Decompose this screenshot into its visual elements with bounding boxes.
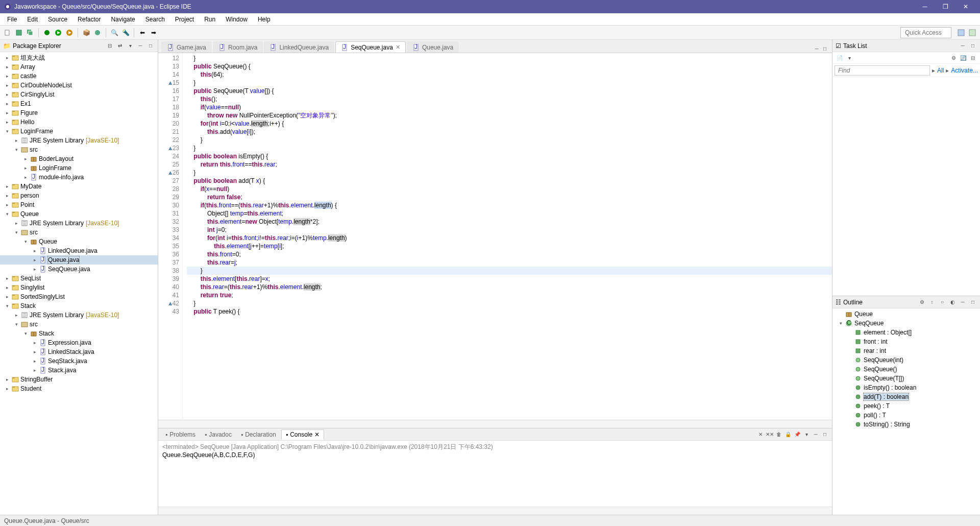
twisty-icon[interactable]: ▸	[12, 136, 20, 145]
code-line[interactable]: Object[] temp=this.element;	[187, 209, 832, 218]
outline-minimize-icon[interactable]: ─	[959, 298, 967, 306]
twisty-icon[interactable]	[846, 365, 854, 373]
task-categorize-icon[interactable]: ▾	[845, 54, 853, 62]
twisty-icon[interactable]	[837, 310, 845, 318]
twisty-icon[interactable]: ▸	[3, 375, 11, 384]
twisty-icon[interactable]: ▸	[3, 118, 11, 126]
code-line[interactable]: int j=0;	[187, 226, 832, 234]
console-pin-icon[interactable]: 📌	[793, 431, 801, 439]
tree-item[interactable]: ▸JStack.java	[0, 366, 158, 375]
twisty-icon[interactable]	[846, 384, 854, 392]
code-line[interactable]: }	[187, 54, 832, 62]
code-line[interactable]: public SeqQueue() {	[187, 62, 832, 70]
twisty-icon[interactable]	[846, 356, 854, 364]
twisty-icon[interactable]: ▸	[3, 100, 11, 108]
console-content[interactable]: <terminated> SeqQueue [Java Application]…	[158, 441, 832, 507]
menu-project[interactable]: Project	[170, 14, 199, 25]
twisty-icon[interactable]: ▸	[3, 90, 11, 99]
twisty-icon[interactable]: ▸	[12, 311, 20, 319]
maximize-button[interactable]: ❐	[935, 0, 955, 13]
code-line[interactable]: }	[187, 299, 832, 307]
twisty-icon[interactable]: ▸	[3, 283, 11, 292]
code-area[interactable]: } public SeqQueue() { this(64); } public…	[183, 53, 832, 420]
twisty-icon[interactable]: ▸	[3, 182, 11, 190]
tree-item[interactable]: ▸Array	[0, 62, 158, 71]
outline-hide-fields-icon[interactable]: ○	[938, 298, 946, 306]
tree-item[interactable]: ▸CirDoubleNodeList	[0, 81, 158, 90]
outline-item[interactable]: isEmpty() : boolean	[832, 383, 980, 392]
search-icon[interactable]: 🔦	[121, 28, 130, 37]
open-type-icon[interactable]: 🔍	[110, 28, 119, 37]
tree-item[interactable]: ▸JSeqStack.java	[0, 356, 158, 366]
tree-item[interactable]: ▾Queue	[0, 237, 158, 246]
tree-item[interactable]: ▸Singlylist	[0, 283, 158, 292]
code-line[interactable]: this.add(value[i]);	[187, 128, 832, 136]
console-display-icon[interactable]: ▾	[802, 431, 811, 439]
editor-maximize-icon[interactable]: □	[821, 44, 829, 53]
console-remove-icon[interactable]: ✕	[756, 431, 765, 439]
tree-item[interactable]: ▸BoderLayout	[0, 154, 158, 163]
twisty-icon[interactable]	[846, 328, 854, 337]
code-line[interactable]: public T peek() {	[187, 307, 832, 316]
twisty-icon[interactable]: ▾	[21, 237, 30, 246]
editor-hscroll[interactable]	[158, 420, 832, 428]
code-line[interactable]: }	[187, 267, 832, 275]
bottom-tab-declaration[interactable]: ▪Declaration	[237, 430, 280, 439]
outline-tree[interactable]: Queue▾CSeqQueueelement : Object[]front :…	[832, 308, 980, 515]
console-scroll-lock-icon[interactable]: 🔒	[784, 431, 792, 439]
minimize-view-icon[interactable]: ─	[136, 42, 144, 50]
tree-item[interactable]: ▸JExpression.java	[0, 338, 158, 347]
menu-window[interactable]: Window	[220, 14, 253, 25]
save-all-icon[interactable]	[26, 28, 35, 37]
code-line[interactable]: this.element[j++]=temp[i];	[187, 242, 832, 250]
task-maximize-icon[interactable]: □	[969, 42, 977, 50]
code-line[interactable]: return this.front==this.rear;	[187, 160, 832, 169]
console-minimize-icon[interactable]: ─	[812, 431, 820, 439]
twisty-icon[interactable]	[846, 411, 854, 419]
back-icon[interactable]: ⬅	[138, 28, 147, 37]
code-line[interactable]: this(64);	[187, 70, 832, 79]
code-line[interactable]: for(int i=0;i<value.length;i++) {	[187, 119, 832, 128]
task-focus-icon[interactable]: ⚙	[949, 54, 958, 62]
twisty-icon[interactable]: ▾	[3, 127, 11, 135]
run-icon[interactable]	[54, 28, 63, 37]
console-clear-icon[interactable]: 🗑	[775, 431, 783, 439]
code-line[interactable]: if(x==null)	[187, 185, 832, 193]
menu-source[interactable]: Source	[43, 14, 72, 25]
forward-icon[interactable]: ➡	[149, 28, 158, 37]
twisty-icon[interactable]	[846, 420, 854, 428]
tree-item[interactable]: ▸Student	[0, 384, 158, 393]
bottom-tab-console[interactable]: ▪Console ✕	[281, 429, 324, 440]
code-line[interactable]: return true;	[187, 291, 832, 299]
twisty-icon[interactable]: ▸	[3, 385, 11, 393]
tree-item[interactable]: ▸JSeqQueue.java	[0, 265, 158, 274]
code-line[interactable]: this();	[187, 95, 832, 103]
twisty-icon[interactable]: ▸	[12, 219, 20, 227]
twisty-icon[interactable]: ▾	[21, 329, 30, 338]
perspective-debug-icon[interactable]	[968, 28, 977, 37]
outline-item[interactable]: front : int	[832, 337, 980, 346]
collapse-all-icon[interactable]: ⊟	[106, 42, 114, 50]
tree-item[interactable]: ▸CirSinglyList	[0, 90, 158, 99]
menu-file[interactable]: File	[2, 14, 22, 25]
twisty-icon[interactable]	[846, 338, 854, 346]
twisty-icon[interactable]: ▸	[31, 256, 39, 264]
task-minimize-icon[interactable]: ─	[959, 42, 967, 50]
task-activate-link[interactable]: Activate...	[951, 67, 978, 74]
perspective-java-icon[interactable]	[957, 28, 966, 37]
tree-item[interactable]: ▾Queue	[0, 209, 158, 219]
outline-item[interactable]: ▾CSeqQueue	[832, 319, 980, 328]
twisty-icon[interactable]: ▸	[3, 63, 11, 71]
twisty-icon[interactable]: ▸	[31, 348, 39, 356]
outline-item[interactable]: Queue	[832, 309, 980, 319]
maximize-view-icon[interactable]: □	[146, 42, 155, 50]
tree-item[interactable]: ▸SeqList	[0, 274, 158, 283]
code-line[interactable]: }	[187, 144, 832, 152]
code-line[interactable]: this.element=new Object[temp.length*2];	[187, 218, 832, 226]
twisty-icon[interactable]: ▸	[3, 201, 11, 209]
close-button[interactable]: ✕	[955, 0, 976, 13]
outline-hide-static-icon[interactable]: ◐	[948, 298, 957, 306]
code-line[interactable]: this.rear=j;	[187, 258, 832, 267]
twisty-icon[interactable]: ▸	[3, 72, 11, 80]
tree-item[interactable]: ▸坦克大战	[0, 53, 158, 62]
